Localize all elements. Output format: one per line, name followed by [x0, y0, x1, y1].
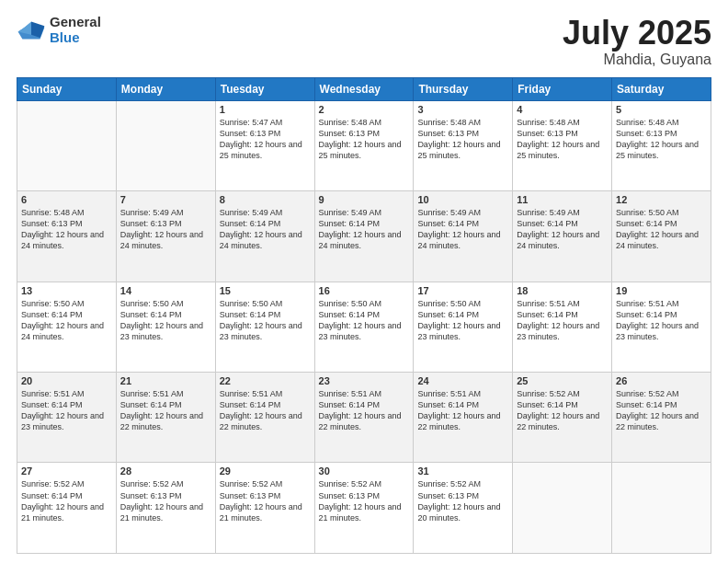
calendar-cell: 23Sunrise: 5:51 AM Sunset: 6:14 PM Dayli… [314, 373, 414, 463]
day-number: 2 [319, 104, 410, 115]
day-info: Sunrise: 5:51 AM Sunset: 6:14 PM Dayligh… [319, 388, 410, 433]
day-info: Sunrise: 5:49 AM Sunset: 6:13 PM Dayligh… [120, 207, 211, 252]
day-number: 22 [220, 375, 311, 386]
calendar-week-row-3: 13Sunrise: 5:50 AM Sunset: 6:14 PM Dayli… [17, 282, 711, 372]
calendar-cell: 24Sunrise: 5:51 AM Sunset: 6:14 PM Dayli… [414, 373, 513, 463]
calendar-week-row-2: 6Sunrise: 5:48 AM Sunset: 6:13 PM Daylig… [17, 191, 711, 282]
day-info: Sunrise: 5:48 AM Sunset: 6:13 PM Dayligh… [21, 207, 112, 252]
day-info: Sunrise: 5:50 AM Sunset: 6:14 PM Dayligh… [319, 298, 410, 343]
day-info: Sunrise: 5:49 AM Sunset: 6:14 PM Dayligh… [417, 207, 508, 252]
calendar-cell: 11Sunrise: 5:49 AM Sunset: 6:14 PM Dayli… [513, 191, 612, 282]
day-info: Sunrise: 5:52 AM Sunset: 6:14 PM Dayligh… [21, 478, 112, 523]
header-wednesday: Wednesday [314, 77, 414, 100]
day-info: Sunrise: 5:49 AM Sunset: 6:14 PM Dayligh… [517, 207, 608, 252]
header: General Blue July 2025 Mahdia, Guyana [17, 15, 711, 68]
calendar-cell: 2Sunrise: 5:48 AM Sunset: 6:13 PM Daylig… [314, 100, 414, 190]
day-info: Sunrise: 5:51 AM Sunset: 6:14 PM Dayligh… [120, 388, 211, 433]
calendar-cell: 7Sunrise: 5:49 AM Sunset: 6:13 PM Daylig… [116, 191, 215, 282]
day-number: 12 [616, 194, 707, 205]
calendar-week-row-4: 20Sunrise: 5:51 AM Sunset: 6:14 PM Dayli… [17, 373, 711, 463]
page: General Blue July 2025 Mahdia, Guyana Su… [0, 0, 728, 563]
day-number: 1 [220, 104, 311, 115]
calendar-cell: 16Sunrise: 5:50 AM Sunset: 6:14 PM Dayli… [314, 282, 414, 372]
day-number: 28 [120, 465, 211, 477]
day-number: 24 [417, 375, 508, 386]
day-number: 11 [517, 194, 608, 205]
day-info: Sunrise: 5:52 AM Sunset: 6:14 PM Dayligh… [616, 388, 707, 433]
calendar-cell: 25Sunrise: 5:52 AM Sunset: 6:14 PM Dayli… [513, 373, 612, 463]
day-number: 9 [319, 194, 410, 205]
day-info: Sunrise: 5:50 AM Sunset: 6:14 PM Dayligh… [417, 298, 508, 343]
calendar-cell: 26Sunrise: 5:52 AM Sunset: 6:14 PM Dayli… [612, 373, 711, 463]
day-number: 20 [21, 375, 112, 386]
header-monday: Monday [116, 77, 215, 100]
day-number: 17 [417, 285, 508, 296]
calendar-table: Sunday Monday Tuesday Wednesday Thursday… [17, 77, 711, 554]
day-info: Sunrise: 5:48 AM Sunset: 6:13 PM Dayligh… [319, 117, 410, 162]
calendar-week-row-5: 27Sunrise: 5:52 AM Sunset: 6:14 PM Dayli… [17, 463, 711, 554]
calendar-cell: 15Sunrise: 5:50 AM Sunset: 6:14 PM Dayli… [215, 282, 314, 372]
day-info: Sunrise: 5:49 AM Sunset: 6:14 PM Dayligh… [319, 207, 410, 252]
calendar-cell [116, 100, 215, 190]
day-number: 18 [517, 285, 608, 296]
calendar-cell: 30Sunrise: 5:52 AM Sunset: 6:13 PM Dayli… [314, 463, 414, 554]
day-number: 21 [120, 375, 211, 386]
day-number: 10 [417, 194, 508, 205]
day-number: 27 [21, 465, 112, 477]
title-block: July 2025 Mahdia, Guyana [563, 15, 711, 68]
day-number: 3 [417, 104, 508, 115]
calendar-cell: 28Sunrise: 5:52 AM Sunset: 6:13 PM Dayli… [116, 463, 215, 554]
day-info: Sunrise: 5:51 AM Sunset: 6:14 PM Dayligh… [517, 298, 608, 343]
calendar-cell: 8Sunrise: 5:49 AM Sunset: 6:14 PM Daylig… [215, 191, 314, 282]
day-number: 4 [517, 104, 608, 115]
calendar-cell: 12Sunrise: 5:50 AM Sunset: 6:14 PM Dayli… [612, 191, 711, 282]
logo-blue: Blue [50, 30, 101, 46]
header-thursday: Thursday [414, 77, 513, 100]
calendar-cell: 1Sunrise: 5:47 AM Sunset: 6:13 PM Daylig… [215, 100, 314, 190]
calendar-cell: 31Sunrise: 5:52 AM Sunset: 6:13 PM Dayli… [414, 463, 513, 554]
calendar-cell [612, 463, 711, 554]
calendar-cell: 17Sunrise: 5:50 AM Sunset: 6:14 PM Dayli… [414, 282, 513, 372]
calendar-cell: 9Sunrise: 5:49 AM Sunset: 6:14 PM Daylig… [314, 191, 414, 282]
logo-text: General Blue [50, 15, 101, 45]
day-info: Sunrise: 5:52 AM Sunset: 6:13 PM Dayligh… [120, 478, 211, 523]
calendar-cell: 14Sunrise: 5:50 AM Sunset: 6:14 PM Dayli… [116, 282, 215, 372]
day-number: 7 [120, 194, 211, 205]
day-info: Sunrise: 5:49 AM Sunset: 6:14 PM Dayligh… [220, 207, 311, 252]
day-number: 15 [220, 285, 311, 296]
svg-marker-1 [31, 21, 44, 38]
day-number: 19 [616, 285, 707, 296]
day-info: Sunrise: 5:52 AM Sunset: 6:13 PM Dayligh… [319, 478, 410, 523]
day-info: Sunrise: 5:48 AM Sunset: 6:13 PM Dayligh… [417, 117, 508, 162]
day-number: 23 [319, 375, 410, 386]
calendar-cell: 20Sunrise: 5:51 AM Sunset: 6:14 PM Dayli… [17, 373, 117, 463]
calendar-cell: 13Sunrise: 5:50 AM Sunset: 6:14 PM Dayli… [17, 282, 117, 372]
day-number: 29 [220, 465, 311, 477]
day-info: Sunrise: 5:51 AM Sunset: 6:14 PM Dayligh… [21, 388, 112, 433]
day-info: Sunrise: 5:47 AM Sunset: 6:13 PM Dayligh… [220, 117, 311, 162]
logo-general: General [50, 15, 101, 30]
day-number: 14 [120, 285, 211, 296]
day-number: 5 [616, 104, 707, 115]
day-number: 31 [417, 465, 508, 477]
day-info: Sunrise: 5:48 AM Sunset: 6:13 PM Dayligh… [517, 117, 608, 162]
calendar-cell: 5Sunrise: 5:48 AM Sunset: 6:13 PM Daylig… [612, 100, 711, 190]
day-number: 16 [319, 285, 410, 296]
calendar-cell: 6Sunrise: 5:48 AM Sunset: 6:13 PM Daylig… [17, 191, 117, 282]
logo: General Blue [17, 15, 101, 45]
day-info: Sunrise: 5:52 AM Sunset: 6:14 PM Dayligh… [517, 388, 608, 433]
calendar-cell: 18Sunrise: 5:51 AM Sunset: 6:14 PM Dayli… [513, 282, 612, 372]
day-info: Sunrise: 5:51 AM Sunset: 6:14 PM Dayligh… [616, 298, 707, 343]
day-info: Sunrise: 5:50 AM Sunset: 6:14 PM Dayligh… [120, 298, 211, 343]
calendar-cell [17, 100, 117, 190]
weekday-header-row: Sunday Monday Tuesday Wednesday Thursday… [17, 77, 711, 100]
day-number: 6 [21, 194, 112, 205]
calendar-cell: 22Sunrise: 5:51 AM Sunset: 6:14 PM Dayli… [215, 373, 314, 463]
day-info: Sunrise: 5:50 AM Sunset: 6:14 PM Dayligh… [616, 207, 707, 252]
day-number: 13 [21, 285, 112, 296]
day-number: 26 [616, 375, 707, 386]
calendar-cell: 27Sunrise: 5:52 AM Sunset: 6:14 PM Dayli… [17, 463, 117, 554]
day-number: 25 [517, 375, 608, 386]
day-number: 30 [319, 465, 410, 477]
day-number: 8 [220, 194, 311, 205]
